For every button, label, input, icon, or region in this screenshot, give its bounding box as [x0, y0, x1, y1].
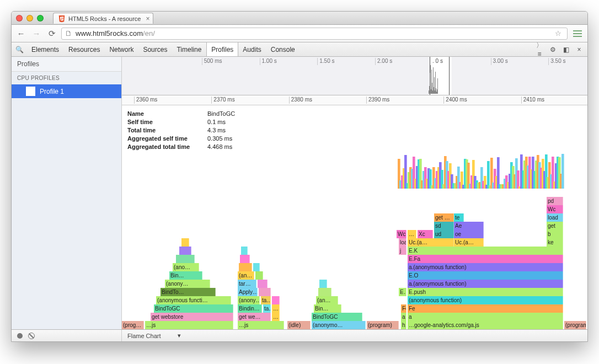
flame-frame[interactable]: …: [408, 230, 416, 238]
flame-frame[interactable]: (anonymous function): [408, 296, 563, 304]
flame-frame[interactable]: (ano…: [173, 263, 199, 271]
search-icon[interactable]: 🔍: [12, 46, 27, 53]
flame-frame[interactable]: b: [547, 230, 563, 238]
flame-frame[interactable]: a: [401, 313, 407, 321]
view-mode-select[interactable]: Flame Chart ▾: [122, 332, 186, 339]
window-zoom-button[interactable]: [37, 15, 44, 22]
flame-frame[interactable]: (program): [564, 321, 586, 329]
flame-frame[interactable]: [259, 288, 271, 296]
flame-frame[interactable]: j: [399, 247, 407, 255]
console-toggle-icon[interactable]: 〉≡: [534, 41, 544, 58]
flame-frame[interactable]: E.push: [408, 288, 563, 296]
flame-frame[interactable]: [318, 288, 331, 296]
flame-frame[interactable]: E.K: [408, 247, 563, 255]
browser-tab[interactable]: HTML5 Rocks - A resource ×: [53, 13, 153, 24]
flame-frame[interactable]: [272, 296, 280, 304]
flame-frame[interactable]: h…: [401, 321, 407, 329]
profile-item[interactable]: Profile 1: [12, 84, 121, 98]
flame-frame[interactable]: …: [272, 313, 280, 321]
back-button[interactable]: ←: [15, 29, 27, 38]
forward-button[interactable]: →: [30, 29, 42, 38]
flame-frame[interactable]: (anony…: [165, 280, 210, 288]
flame-frame[interactable]: BindToGC: [154, 304, 233, 313]
flame-frame[interactable]: [239, 263, 252, 271]
flame-frame[interactable]: a: [408, 313, 563, 321]
flame-frame[interactable]: pd: [547, 197, 563, 205]
flame-frame[interactable]: tar…: [238, 280, 256, 288]
flame-frame[interactable]: Wc: [397, 230, 407, 238]
flame-frame[interactable]: (anonymous functi…: [156, 296, 231, 304]
flame-frame[interactable]: get webstore: [151, 313, 233, 321]
flame-frame[interactable]: E…: [399, 288, 407, 296]
address-bar[interactable]: 🗋 www.html5rocks.com/en/ ☆: [61, 28, 568, 40]
flame-frame[interactable]: [258, 280, 268, 288]
flame-frame[interactable]: …js: [238, 321, 284, 329]
flame-frame[interactable]: te: [454, 213, 464, 222]
devtools-tab-sources[interactable]: Sources: [138, 42, 172, 56]
flame-frame[interactable]: [176, 255, 195, 263]
devtools-tab-resources[interactable]: Resources: [64, 42, 105, 56]
flame-frame[interactable]: Uc.(a…: [408, 238, 454, 247]
flame-frame[interactable]: …js: [145, 321, 233, 329]
flame-frame[interactable]: (anony…: [238, 296, 260, 304]
flame-frame[interactable]: …google-analytics.com/ga.js: [408, 321, 563, 329]
flame-frame[interactable]: [255, 271, 263, 280]
flame-frame[interactable]: ta…: [261, 296, 271, 304]
flame-frame[interactable]: Uc.(a…: [454, 238, 484, 247]
flame-frame[interactable]: a.(anonymous function): [408, 280, 563, 288]
flame-frame[interactable]: [179, 247, 191, 255]
devtools-tab-network[interactable]: Network: [105, 42, 138, 56]
devtools-close-icon[interactable]: ×: [574, 46, 584, 53]
flame-frame[interactable]: get …: [434, 213, 454, 222]
flame-frame[interactable]: ta…: [263, 304, 271, 313]
flame-frame[interactable]: [240, 255, 250, 263]
flame-frame[interactable]: [319, 280, 327, 288]
settings-gear-icon[interactable]: ⚙: [548, 46, 558, 53]
window-minimize-button[interactable]: [26, 15, 33, 22]
flame-frame[interactable]: (anonymo…: [312, 321, 366, 329]
flame-frame[interactable]: [253, 263, 260, 271]
flame-frame[interactable]: a.(anonymous function): [408, 263, 563, 271]
browser-menu-button[interactable]: [571, 30, 584, 38]
flame-frame[interactable]: …: [272, 304, 280, 313]
devtools-tab-audits[interactable]: Audits: [238, 42, 266, 56]
reload-button[interactable]: ⟳: [46, 29, 58, 39]
bookmark-star-icon[interactable]: ☆: [553, 29, 564, 38]
flame-frame[interactable]: Fe: [408, 304, 563, 313]
flame-frame[interactable]: Fe: [401, 304, 407, 313]
flame-frame[interactable]: (prog…: [122, 321, 144, 329]
flame-frame[interactable]: oe: [454, 230, 484, 238]
flame-frame[interactable]: [241, 247, 248, 255]
flame-frame[interactable]: Apply…: [238, 288, 258, 296]
flame-frame[interactable]: load: [399, 238, 407, 247]
flame-frame[interactable]: Bindin…: [238, 304, 262, 313]
flame-frame[interactable]: BindToGC: [312, 313, 362, 321]
flame-frame[interactable]: (an…: [238, 271, 254, 280]
flame-frame[interactable]: get: [547, 222, 563, 230]
flame-frame[interactable]: [181, 238, 189, 247]
devtools-tab-profiles[interactable]: Profiles: [206, 42, 238, 56]
flame-frame[interactable]: BindTo…: [161, 288, 216, 296]
flame-frame[interactable]: sd: [434, 222, 454, 230]
flame-frame[interactable]: Bin…: [169, 271, 202, 280]
devtools-tab-elements[interactable]: Elements: [27, 42, 64, 56]
flame-chart[interactable]: NameBindToGCSelf time0.1 msTotal time4.3…: [122, 105, 587, 329]
flame-frame[interactable]: E.Fa: [408, 255, 563, 263]
flame-frame[interactable]: Ae: [454, 222, 484, 230]
flame-frame[interactable]: load: [547, 213, 563, 222]
devtools-tab-timeline[interactable]: Timeline: [172, 42, 206, 56]
window-close-button[interactable]: [16, 15, 23, 22]
flame-frame[interactable]: Xc: [418, 230, 433, 238]
tab-close-icon[interactable]: ×: [146, 15, 149, 23]
flame-frame[interactable]: ud: [434, 230, 454, 238]
flame-frame[interactable]: E.O: [408, 271, 563, 280]
timeline-overview[interactable]: 500 ms1.00 s1.50 s2.00 s3.00 s3.50 s . 0…: [122, 57, 587, 95]
flame-frame[interactable]: (program): [367, 321, 399, 329]
devtools-tab-console[interactable]: Console: [266, 42, 300, 56]
flame-frame[interactable]: Bin…: [314, 304, 341, 313]
flame-frame[interactable]: Wc: [547, 205, 563, 213]
flame-frame[interactable]: (an…: [316, 296, 338, 304]
flame-frame[interactable]: ke: [547, 238, 563, 247]
clear-button[interactable]: [28, 333, 35, 339]
flame-frame[interactable]: get we…: [238, 313, 271, 321]
